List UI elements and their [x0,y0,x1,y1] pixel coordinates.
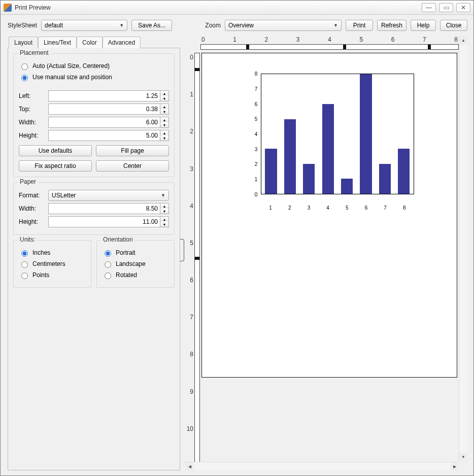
top-label: Top: [19,106,45,113]
units-centimeters-label: Centimeters [32,260,65,267]
ruler-tick: 8 [185,351,193,358]
paper-width-value[interactable] [48,203,160,214]
stylesheet-select[interactable]: default ▼ [41,20,127,31]
scroll-left-icon[interactable]: ◀ [185,462,194,471]
chart-y-tick: 3 [240,146,257,152]
scroll-down-icon[interactable]: ▼ [459,453,467,461]
chevron-down-icon[interactable]: ▼ [160,222,168,227]
chevron-down-icon[interactable]: ▼ [160,135,168,141]
close-button[interactable]: Close [440,20,467,31]
chevron-up-icon[interactable]: ▲ [160,104,168,109]
ruler-mark[interactable] [343,45,346,49]
ruler-tick: 10 [185,425,193,432]
ruler-tick: 8 [454,36,458,43]
zoom-select[interactable]: Overview ▼ [225,20,342,31]
tab-layout[interactable]: Layout [9,37,38,48]
tab-lines-text[interactable]: Lines/Text [38,37,77,48]
units-centimeters-radio[interactable] [21,261,28,268]
titlebar: Print Preview — ▭ ✕ [1,1,473,15]
placement-manual-label: Use manual size and position [32,74,112,81]
center-label: Center [123,162,142,169]
paper-height-value[interactable] [48,216,160,227]
ruler-tick: 3 [185,165,193,173]
use-defaults-label: Use defaults [39,147,73,154]
top-value[interactable] [48,104,160,115]
chart-container: 01234567812345678 [240,68,419,215]
chart-x-tick: 3 [308,205,311,211]
use-defaults-button[interactable]: Use defaults [19,145,92,156]
left-spinner[interactable]: ▲▼ [160,90,169,101]
chart-y-tick: 0 [240,191,257,197]
center-button[interactable]: Center [96,160,169,172]
ruler-tick: 4 [328,36,331,43]
units-points-radio[interactable] [21,273,28,279]
chevron-down-icon[interactable]: ▼ [160,122,168,127]
window-controls: — ▭ ✕ [422,3,473,12]
chart-y-tick: 4 [240,131,257,137]
paper-width-input[interactable]: ▲▼ [48,203,169,214]
chevron-down-icon[interactable]: ▼ [160,109,168,114]
paper-height-input[interactable]: ▲▼ [48,216,169,227]
save-as-label: Save As... [138,22,165,29]
print-button[interactable]: Print [346,20,373,31]
orientation-landscape-radio[interactable] [105,261,111,268]
help-button[interactable]: Help [411,20,436,31]
ruler-mark[interactable] [246,45,249,49]
scroll-up-icon[interactable]: ▲ [459,36,467,45]
format-select[interactable]: USLetter ▼ [48,190,169,201]
chevron-down-icon[interactable]: ▼ [160,209,168,214]
orientation-portrait-radio[interactable] [105,250,111,257]
ruler-mark[interactable] [428,45,431,49]
height-value[interactable] [48,130,160,141]
app-icon [4,4,12,12]
width-value[interactable] [48,117,160,128]
top-input[interactable]: ▲▼ [48,104,169,115]
chevron-up-icon[interactable]: ▲ [160,130,168,135]
left-value[interactable] [48,90,160,101]
width-input[interactable]: ▲▼ [48,117,169,128]
chevron-down-icon[interactable]: ▼ [160,96,168,101]
paper-width-spinner[interactable]: ▲▼ [160,203,169,214]
chevron-up-icon[interactable]: ▲ [160,117,168,122]
maximize-button[interactable]: ▭ [439,3,453,12]
scroll-right-icon[interactable]: ▶ [450,462,459,471]
minimize-icon: — [426,4,432,11]
ruler-mark[interactable] [195,257,199,260]
vertical-scrollbar[interactable]: ▲ ▼ [459,36,467,461]
ruler-mark[interactable] [195,68,199,71]
vertical-ruler-bar[interactable] [194,53,200,470]
placement-auto-radio[interactable] [21,63,28,70]
ruler-tick: 0 [201,36,205,43]
fix-aspect-button[interactable]: Fix aspect ratio [19,160,92,172]
horizontal-ruler-bar[interactable] [200,44,459,50]
placement-auto-label: Auto (Actual Size, Centered) [32,62,110,70]
fill-page-button[interactable]: Fill page [96,145,169,156]
tab-advanced[interactable]: Advanced [103,37,141,48]
placement-manual-radio[interactable] [21,75,28,81]
orientation-rotated-radio[interactable] [105,273,111,279]
tab-color-label: Color [82,39,97,46]
vertical-ruler: 01234567891011 [185,53,200,470]
width-spinner[interactable]: ▲▼ [160,117,169,128]
chevron-up-icon[interactable]: ▲ [160,203,168,209]
print-preview-window: Print Preview — ▭ ✕ StyleSheet default ▼… [0,0,474,476]
top-spinner[interactable]: ▲▼ [160,104,169,115]
paper-height-spinner[interactable]: ▲▼ [160,216,169,227]
units-inches-radio[interactable] [21,250,28,257]
minimize-button[interactable]: — [422,3,436,12]
tab-color[interactable]: Color [77,37,103,48]
horizontal-scrollbar[interactable]: ◀ ▶ [185,462,459,470]
paper-title: Paper [18,178,38,185]
splitter-handle[interactable] [180,239,184,261]
fix-aspect-label: Fix aspect ratio [35,162,76,169]
height-input[interactable]: ▲▼ [48,130,169,141]
save-as-button[interactable]: Save As... [131,20,172,31]
height-spinner[interactable]: ▲▼ [160,130,169,141]
close-window-button[interactable]: ✕ [456,3,470,12]
chevron-up-icon[interactable]: ▲ [160,91,168,96]
refresh-button[interactable]: Refresh [377,20,407,31]
chevron-up-icon[interactable]: ▲ [160,217,168,222]
left-input[interactable]: ▲▼ [48,90,169,101]
paper-height-label: Height: [19,218,45,225]
page-scroll[interactable]: 01234567812345678 [200,53,467,470]
